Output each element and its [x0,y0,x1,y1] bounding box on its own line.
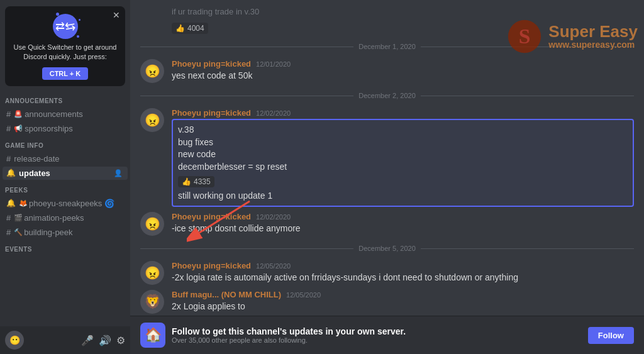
channel-label: phoeyu-sneakpeeks 🌀 [29,199,123,208]
sidebar: ✕ ⇄ Use Quick Switcher to get around Dis… [0,0,130,354]
date-label: December 1, 2020 [353,43,421,50]
date-label: December 5, 2020 [353,245,421,252]
message-text: v.38 [178,124,628,136]
message-content: Phoeyu ping=kicked 12/01/2020 yes next c… [172,59,634,82]
message-row: 😠 Phoeyu ping=kicked 12/05/2020 -2x logi… [140,260,634,286]
close-tooltip-button[interactable]: ✕ [113,10,120,20]
channel-animation-peeks[interactable]: # 🎬 animation-peeks [3,211,128,224]
tooltip-description: Use Quick Switcher to get around Discord… [11,43,119,62]
date-divider: December 5, 2020 [140,245,634,252]
channel-label: building-peek [24,228,123,237]
quick-switcher-tooltip: ✕ ⇄ Use Quick Switcher to get around Dis… [5,6,125,86]
username: Buff magu... (NO MM CHILL) [172,290,281,299]
hash-icon: # [6,124,11,133]
timestamp: 12/05/2020 [256,262,291,270]
reaction-badge[interactable]: 👍 4004 [172,23,208,34]
channel-updates[interactable]: 🔔 updates 👤 [3,167,128,180]
section-events: EVENTS [0,240,130,255]
avatar: 😠 [140,212,164,236]
message-text: -2x logia rate is automaily active on fr… [172,272,634,284]
watermark-title: Super Easy [548,23,638,40]
timestamp: 12/05/2020 [286,291,321,299]
message-header: Phoeyu ping=kicked 12/01/2020 [172,59,634,69]
reaction-count: 4004 [187,24,204,33]
follow-banner-title: Follow to get this channel's updates in … [172,326,582,336]
username: Phoeyu ping=kicked [172,261,251,270]
reaction-count: 4335 [194,177,211,186]
timestamp: 12/02/2020 [256,109,291,117]
message-content: Phoeyu ping=kicked 12/05/2020 -2x logia … [172,261,634,284]
message-text: 2x Logia applies to [172,301,634,313]
bottom-icons: 🎤 🔊 ⚙ [81,335,125,346]
message-header: Phoeyu ping=kicked 12/02/2020 [172,108,634,118]
date-label: December 2, 2020 [353,92,421,99]
message-row: 😠 Phoeyu ping=kicked 12/01/2020 yes next… [140,58,634,84]
speaker-icon: 🔔 [6,199,16,207]
shortcut-badge: CTRL + K [42,67,89,80]
message-content: Phoeyu ping=kicked 12/02/2020 -ice stomp… [172,212,634,235]
follow-banner: 🏠 Follow to get this channel's updates i… [130,316,644,354]
message-header: Phoeyu ping=kicked 12/02/2020 [172,212,634,221]
main-content: S Super Easy www.supereasy.com if ur tra… [130,0,644,354]
hash-icon: # [6,228,11,237]
highlighted-message-box: v.38 bug fixes new code decemberblesser … [172,119,634,207]
watermark: S Super Easy www.supereasy.com [507,19,638,54]
channel-sponsorships[interactable]: # 📢 sponsorships [3,122,128,135]
watermark-url: www.supereasy.com [548,40,638,50]
timestamp: 12/02/2020 [256,213,291,221]
message-text: bug fixes [178,136,628,149]
username: Phoeyu ping=kicked [172,212,251,221]
section-announcements: ANNOUCEMENTS [0,91,130,107]
message-header: Phoeyu ping=kicked 12/05/2020 [172,261,634,270]
message-header: Buff magu... (NO MM CHILL) 12/05/2020 [172,290,634,299]
hash-icon: # [6,213,11,223]
channel-label: updates [19,169,114,178]
channel-label: sponsorships [25,124,123,133]
message-row: 😠 Phoeyu ping=kicked 12/02/2020 -ice sto… [140,211,634,237]
hash-icon: # [6,154,11,163]
message-text: if ur trading trade in v.30 [172,6,634,20]
message-content: Phoeyu ping=kicked 12/02/2020 v.38 bug f… [172,108,634,207]
message-row: 😠 Phoeyu ping=kicked 12/02/2020 v.38 bug… [140,107,634,208]
section-peeks: PEEKS [0,180,130,196]
message-content: Buff magu... (NO MM CHILL) 12/05/2020 2x… [172,290,634,313]
avatar: 😠 [140,261,164,285]
avatar: 😠 [140,108,164,132]
channel-announcements[interactable]: # 🚨 announcements [3,108,128,121]
reaction-badge[interactable]: 👍 4335 [178,176,214,187]
date-divider: December 2, 2020 [140,92,634,99]
svg-text:S: S [519,25,531,48]
reaction-emoji: 👍 [175,24,185,33]
sidebar-bottom-bar: 😶 🎤 🔊 ⚙ [0,326,130,354]
section-game-info: GAME INFO [0,136,130,152]
follow-banner-subtitle: Over 35,000 other people are also follow… [172,336,582,344]
speaker-icon: 🔔 [6,169,16,177]
follow-banner-icon: 🏠 [140,323,165,348]
user-avatar: 😶 [5,331,24,350]
message-text: -ice stomp dosnt collide anymore [172,223,634,235]
message-text: still working on update 1 [178,190,628,202]
timestamp: 12/01/2020 [256,60,291,68]
channel-sneakpeeks[interactable]: 🔔 🦊 phoeyu-sneakpeeks 🌀 [3,197,128,210]
message-text: new code [178,148,628,161]
channel-label: announcements [25,109,123,119]
username: Phoeyu ping=kicked [172,108,251,118]
channel-building-peek[interactable]: # 🔨 building-peek [3,226,128,239]
quick-switcher-icon: ⇄ [53,14,78,39]
message-row: 🦁 Buff magu... (NO MM CHILL) 12/05/2020 … [140,289,634,315]
avatar: 🦁 [140,290,164,314]
hash-icon: # [6,109,11,119]
username: Phoeyu ping=kicked [172,59,251,69]
avatar: 😠 [140,59,164,83]
headset-icon[interactable]: 🔊 [99,335,111,346]
message-text: yes next code at 50k [172,70,634,82]
settings-icon[interactable]: ⚙ [116,335,125,346]
follow-button[interactable]: Follow [588,327,634,344]
channel-label: animation-peeks [24,213,123,223]
member-icon: 👤 [114,169,123,177]
reaction-emoji: 👍 [182,177,191,186]
message-text: decemberblesser = sp reset [178,161,628,174]
follow-banner-text-block: Follow to get this channel's updates in … [172,326,582,344]
mic-icon[interactable]: 🎤 [81,335,94,346]
channel-release-date[interactable]: # release-date [3,152,128,165]
